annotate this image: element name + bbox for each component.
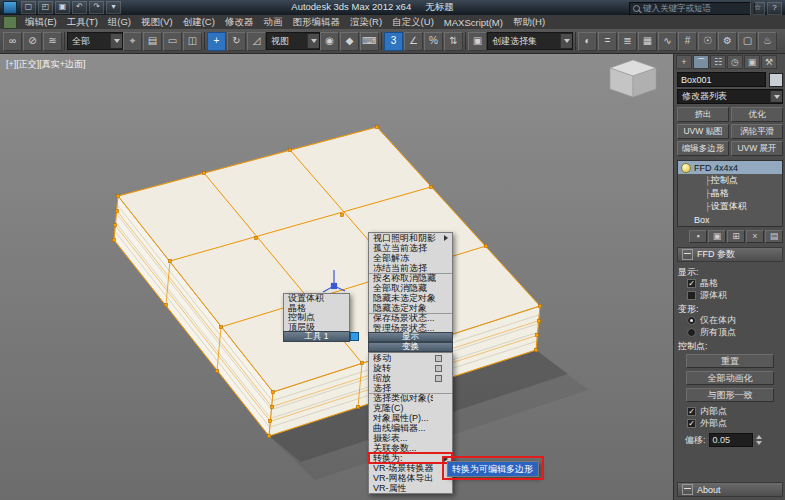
viewport-canvas[interactable]	[0, 53, 673, 500]
display-checkbox[interactable]: 源体积	[678, 289, 782, 301]
app-logo[interactable]	[3, 1, 17, 14]
control-points-button[interactable]: 重置	[686, 354, 774, 368]
tab-motion[interactable]: ◷	[727, 55, 743, 69]
modifier-shortcut-button[interactable]: 优化	[731, 107, 783, 122]
checkbox-icon[interactable]	[687, 291, 696, 300]
checkbox-icon[interactable]	[687, 279, 696, 288]
configure-modifier-sets-icon[interactable]: ▤	[765, 230, 783, 243]
select-object-icon[interactable]: ⌖	[123, 32, 142, 51]
offset-spinner[interactable]: 0.05	[709, 433, 753, 447]
select-and-link-icon[interactable]: ∞	[3, 32, 22, 51]
unlink-selection-icon[interactable]: ⊘	[23, 32, 42, 51]
control-points-button[interactable]: 与图形一致	[686, 388, 774, 402]
select-and-manipulate-icon[interactable]: ◆	[340, 32, 359, 51]
modifier-bulb-icon[interactable]	[681, 163, 691, 173]
layer-manager-icon[interactable]: ≣	[618, 32, 637, 51]
infocenter-star-icon[interactable]: ☆	[750, 2, 765, 15]
pin-stack-icon[interactable]: ▪	[689, 230, 707, 243]
max-file-icon[interactable]	[3, 16, 17, 29]
window-crossing-icon[interactable]: ◫	[183, 32, 202, 51]
remove-modifier-icon[interactable]: ×	[746, 230, 764, 243]
tab-hierarchy[interactable]: ☷	[710, 55, 726, 69]
save-file-icon[interactable]: ▣	[55, 1, 70, 14]
control-points-button[interactable]: 全部动画化	[686, 371, 774, 385]
percent-snap-icon[interactable]: %	[424, 32, 443, 51]
modifier-stack-row[interactable]: 设置体积	[678, 200, 782, 213]
menu-item[interactable]: 工具(T)	[62, 15, 103, 29]
tab-utilities[interactable]: ⚒	[761, 55, 777, 69]
keyboard-override-icon[interactable]: ⌨	[360, 32, 379, 51]
quad-transform-item[interactable]: 转换为:	[369, 453, 452, 463]
object-name-field[interactable]: Box001	[677, 72, 766, 87]
deform-radio[interactable]: 所有顶点	[678, 326, 782, 338]
deform-radio[interactable]: 仅在体内	[678, 314, 782, 326]
spinner-arrows-icon[interactable]	[756, 435, 762, 445]
redo-icon[interactable]: ↷	[89, 1, 104, 14]
undo-icon[interactable]: ↶	[72, 1, 87, 14]
points-checkbox[interactable]: 内部点	[678, 405, 782, 417]
reference-coordinate-dropdown[interactable]: 视图	[266, 32, 320, 50]
material-editor-icon[interactable]: ☉	[698, 32, 717, 51]
spinner-snap-icon[interactable]: ⇅	[444, 32, 463, 51]
make-unique-icon[interactable]: ⊞	[727, 230, 745, 243]
about-rollout-header[interactable]: About	[677, 482, 783, 497]
menu-item[interactable]: 视图(V)	[136, 15, 178, 29]
open-file-icon[interactable]: ◰	[38, 1, 53, 14]
align-icon[interactable]: =	[598, 32, 617, 51]
modifier-shortcut-button[interactable]: 编辑多边形	[677, 141, 729, 156]
tab-modify[interactable]: ⌒	[693, 55, 709, 69]
display-checkbox[interactable]: 晶格	[678, 277, 782, 289]
modifier-shortcut-button[interactable]: 挤出	[677, 107, 729, 122]
modifier-shortcut-button[interactable]: 涡轮平滑	[731, 124, 783, 139]
help-icon[interactable]: ?	[767, 2, 782, 15]
graphite-modeling-icon[interactable]: ▦	[638, 32, 657, 51]
menu-item[interactable]: MAXScript(M)	[439, 15, 508, 29]
tab-display[interactable]: ▣	[744, 55, 760, 69]
quad-center-handle[interactable]	[350, 332, 359, 341]
viewport-label[interactable]: [+][正交][真实+边面]	[6, 58, 86, 71]
modifier-shortcut-button[interactable]: UVW 展开	[731, 141, 783, 156]
schematic-view-icon[interactable]: #	[678, 32, 697, 51]
modifier-stack-row[interactable]: Box	[678, 213, 782, 226]
checkbox-icon[interactable]	[687, 407, 696, 416]
new-scene-icon[interactable]: ▢	[21, 1, 36, 14]
menu-item[interactable]: 图形编辑器	[287, 15, 345, 29]
select-and-move-icon[interactable]: +	[207, 32, 226, 51]
edit-named-selection-sets-icon[interactable]: ▣	[468, 32, 487, 51]
modifier-shortcut-button[interactable]: UVW 贴图	[677, 124, 729, 139]
workspace-dropdown-icon[interactable]: ▾	[106, 1, 121, 14]
curve-editor-icon[interactable]: ∿	[658, 32, 677, 51]
view-cube[interactable]	[610, 60, 656, 97]
ffd-parameters-rollout-header[interactable]: FFD 参数	[677, 247, 783, 262]
points-checkbox[interactable]: 外部点	[678, 417, 782, 429]
mirror-icon[interactable]: ◐	[578, 32, 597, 51]
use-pivot-center-icon[interactable]: ◉	[320, 32, 339, 51]
quad-transform-item[interactable]: VR-属性	[369, 483, 452, 493]
bind-to-space-warp-icon[interactable]: ≋	[43, 32, 62, 51]
menu-item[interactable]: 创建(C)	[178, 15, 220, 29]
named-selection-sets-dropdown[interactable]: 创建选择集	[487, 32, 573, 50]
modifier-stack-row[interactable]: 晶格	[678, 187, 782, 200]
snap-toggle-icon[interactable]: 3	[384, 32, 403, 51]
menu-item[interactable]: 动画	[258, 15, 287, 29]
select-and-scale-icon[interactable]: ◿	[247, 32, 266, 51]
select-and-rotate-icon[interactable]: ↻	[227, 32, 246, 51]
render-setup-icon[interactable]: ⚙	[718, 32, 737, 51]
modifier-stack-row[interactable]: 控制点	[678, 174, 782, 187]
radio-icon[interactable]	[687, 316, 696, 325]
menu-item[interactable]: 渲染(R)	[345, 15, 387, 29]
modifier-list-dropdown[interactable]: 修改器列表	[677, 89, 783, 104]
rectangular-selection-region-icon[interactable]: ▭	[163, 32, 182, 51]
modifier-stack-row[interactable]: FFD 4x4x4	[678, 161, 782, 174]
menu-item[interactable]: 自定义(U)	[387, 15, 439, 29]
selection-filter-dropdown[interactable]: 全部	[67, 32, 123, 50]
angle-snap-icon[interactable]: ∠	[404, 32, 423, 51]
menu-item[interactable]: 编辑(E)	[20, 15, 62, 29]
search-input[interactable]: 键入关键字或短语	[629, 2, 755, 15]
radio-icon[interactable]	[687, 328, 696, 337]
select-by-name-icon[interactable]: ▤	[143, 32, 162, 51]
menu-item[interactable]: 修改器	[220, 15, 259, 29]
rendered-frame-icon[interactable]: ▢	[738, 32, 757, 51]
render-production-icon[interactable]: ♨	[758, 32, 777, 51]
menu-item[interactable]: 帮助(H)	[508, 15, 550, 29]
